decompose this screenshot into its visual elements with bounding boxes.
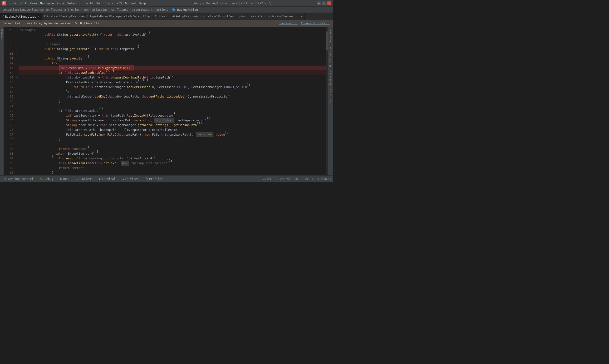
tab-icon-class: C	[258, 15, 260, 18]
problems-label: Problems	[79, 177, 92, 181]
breadcrumb-com[interactable]: com	[83, 8, 89, 12]
app-logo: IJ	[2, 1, 6, 5]
menu-build[interactable]: Build	[83, 1, 94, 5]
menu-vcs[interactable]: VCS	[115, 1, 123, 5]
breadcrumb-actions[interactable]: actions	[156, 8, 168, 12]
line-52: 52	[4, 28, 13, 32]
menu-file[interactable]: File	[8, 1, 18, 5]
line-66: 66	[4, 80, 13, 85]
code-line-62: this.tempPath = this.runLegacyVersion();	[19, 66, 326, 70]
line-85: 85	[4, 170, 13, 175]
tab-label: BackupAction.class	[5, 15, 36, 18]
line-82: 82	[4, 156, 13, 161]
version-control-label: Version Control	[8, 177, 33, 181]
info-bar: Decompiled .class file, bytecode version…	[0, 20, 333, 27]
tab-icon-class: C	[2, 15, 4, 18]
line-84: 84	[4, 166, 13, 170]
sidebar-tool-notifications[interactable]: Notifications	[328, 45, 333, 68]
version-control-icon: ⎇	[3, 177, 7, 181]
tab-abstractbackup[interactable]: C AbstractBackupRestoreAction.class ✕	[42, 13, 85, 20]
fold-60[interactable]: ▾	[15, 52, 19, 56]
breadcrumb-confluence[interactable]: confluence	[111, 8, 129, 12]
todo-icon: ≡	[60, 177, 62, 181]
line-69: 69	[4, 94, 13, 99]
line-76: 76	[4, 128, 13, 132]
code-line-52: no usages	[19, 28, 326, 32]
maximize-button[interactable]: □	[322, 1, 326, 5]
debug-label: Debug	[44, 177, 53, 181]
tool-debug[interactable]: 🐛 Debug	[39, 177, 54, 181]
window-controls[interactable]: — □ ✕	[317, 1, 331, 5]
scrollbar-thumb[interactable]	[326, 31, 328, 51]
tabs-overflow-button[interactable]: ▾	[299, 13, 305, 20]
hint-key: key:	[121, 161, 129, 166]
tab-actionaccesschecker[interactable]: C ActionAccessChecker ✕	[256, 13, 299, 20]
tab-defaultexport[interactable]: C DefaultExportContext.class ✕	[128, 13, 170, 20]
menu-code[interactable]: Code	[56, 1, 66, 5]
code-line-76: FileUtils.copyFile(new File(this.tempPat…	[19, 132, 326, 137]
sidebar-tool-structure[interactable]: Structure	[328, 87, 333, 104]
fold-gutter: ▾ ▾ ▾	[15, 27, 19, 175]
editor-scrollbar[interactable]	[326, 27, 328, 175]
menu-tools[interactable]: Tools	[104, 1, 115, 5]
tool-profiler[interactable]: ⏱ Profiler	[144, 177, 164, 181]
tab-label: SetupRestoreAction.class	[175, 15, 217, 18]
tool-services[interactable]: ☁ Services	[121, 177, 140, 181]
fold-65[interactable]: ▾	[15, 75, 19, 80]
tab-close-button[interactable]: ✕	[38, 15, 39, 18]
menu-edit[interactable]: Edit	[18, 1, 28, 5]
line-empty3	[4, 47, 13, 52]
project-toggle[interactable]: Project	[0, 28, 4, 39]
tool-problems[interactable]: ⚠ Problems	[75, 177, 94, 181]
line-79: 79	[4, 142, 13, 146]
line-81: 81	[4, 151, 13, 156]
line-78: 78	[4, 137, 13, 142]
profiler-label: Profiler	[149, 177, 163, 181]
line-80: 80	[4, 146, 13, 151]
download-link[interactable]: Download...	[279, 22, 298, 25]
sidebar-tool-bookmarks[interactable]: Bookmarks	[328, 69, 333, 86]
line-71: 71	[4, 104, 13, 108]
tab-icon-interface: I	[87, 15, 89, 18]
code-line-82: this.addActionError(this.getText( key: "…	[19, 161, 326, 166]
code-line-70	[19, 104, 326, 108]
menu-view[interactable]: View	[28, 1, 38, 5]
indent-setting: 4 spaces	[317, 177, 331, 181]
terminal-icon: ▶	[99, 177, 101, 181]
status-bar: 27:26 (12 chars) CRLF UTF-8 4 spaces	[263, 177, 331, 181]
breadcrumb-class[interactable]: 🔷 BackupAction	[172, 8, 198, 12]
menu-navigate[interactable]: Navigate	[39, 1, 55, 5]
tab-exportdescriptor[interactable]: C ExportDescriptor.class ✕	[213, 13, 256, 20]
sidebar-tool-database[interactable]: Database	[328, 28, 333, 44]
cursor-position: 27:26 (12 chars)	[263, 177, 291, 181]
tab-setuprestore[interactable]: C SetupRestoreAction.class ✕	[170, 13, 213, 20]
bottom-bar: ⎇ Version Control 🐛 Debug ≡ TODO ⚠ Probl…	[0, 175, 333, 182]
tab-close-button[interactable]: ✕	[296, 15, 297, 18]
line-77: 77	[4, 132, 13, 137]
breadcrumb-importexport[interactable]: importexport	[132, 8, 153, 12]
services-icon: ☁	[122, 177, 124, 181]
tab-importexport[interactable]: I ImportExportManager.class ✕	[85, 13, 128, 20]
line-65: 65	[4, 75, 13, 80]
tab-backupaction[interactable]: C BackupAction.class ✕	[0, 13, 42, 20]
menu-run[interactable]: Run	[95, 1, 103, 5]
line-63: 63	[4, 66, 13, 70]
tool-todo[interactable]: ≡ TODO	[59, 177, 71, 181]
tool-terminal[interactable]: ▶ Terminal	[98, 177, 117, 181]
breadcrumb-atlassian[interactable]: atlassian	[92, 8, 107, 12]
menu-bar[interactable]: File Edit View Navigate Code Refactor Bu…	[8, 1, 147, 5]
hint-beginindex: beginIndex:	[154, 118, 174, 123]
code-line-empty1	[19, 37, 326, 42]
code-line-78	[19, 142, 326, 146]
breadcrumb-jar[interactable]: com.atlassian.confluence_confluence-8.6.…	[2, 8, 80, 12]
line-75: 75	[4, 123, 13, 128]
fold-71[interactable]: ▾	[15, 104, 19, 108]
menu-help[interactable]: Help	[138, 1, 147, 5]
line-61: 61	[4, 56, 13, 61]
menu-window[interactable]: Window	[124, 1, 137, 5]
tool-version-control[interactable]: ⎇ Version Control	[2, 177, 35, 181]
choose-sources-link[interactable]: Choose Sources...	[301, 22, 330, 25]
close-button[interactable]: ✕	[327, 1, 331, 5]
minimize-button[interactable]: —	[317, 1, 321, 5]
menu-refactor[interactable]: Refactor	[66, 1, 83, 5]
